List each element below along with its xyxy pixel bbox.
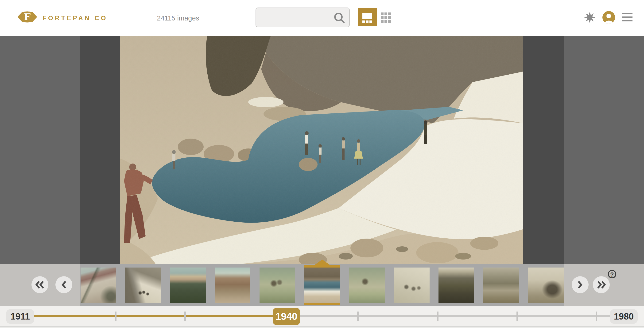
filmstrip-thumbnail[interactable] xyxy=(483,267,519,303)
filmstrip-thumbnail-selected[interactable] xyxy=(304,267,340,303)
selected-thumbnail-top-bar xyxy=(304,265,340,267)
timeline-current-year-handle[interactable]: 1940 xyxy=(273,308,300,325)
timeline-scrubber[interactable]: 1911 1940 1980 xyxy=(0,306,644,328)
timeline-start-year[interactable]: 1911 xyxy=(6,309,34,324)
next-button[interactable] xyxy=(572,276,588,293)
filmstrip-thumbnail[interactable] xyxy=(215,267,250,303)
filmstrip-thumbnail[interactable] xyxy=(170,267,206,303)
search-icon[interactable] xyxy=(333,12,346,25)
filmstrip-thumbnail[interactable] xyxy=(394,267,430,303)
filmstrip-thumbnail[interactable] xyxy=(80,267,116,303)
user-avatar-icon[interactable] xyxy=(602,11,615,24)
previous-button[interactable] xyxy=(56,276,72,293)
main-photo-lake-scene[interactable] xyxy=(120,36,523,264)
filmstrip-thumbnail[interactable] xyxy=(260,267,295,303)
timeline-track-elapsed[interactable] xyxy=(34,315,273,317)
timeline-tick xyxy=(357,311,359,321)
timeline-tick xyxy=(437,311,438,321)
star-icon[interactable] xyxy=(584,12,596,23)
brand-title: FORTEPAN CO xyxy=(42,0,108,36)
last-page-button[interactable] xyxy=(593,276,610,293)
grid-view-button[interactable] xyxy=(381,13,391,23)
menu-icon[interactable] xyxy=(622,13,632,22)
search-box xyxy=(256,8,350,27)
search-input[interactable] xyxy=(260,9,335,26)
filmstrip-thumbnail[interactable] xyxy=(349,267,385,303)
fortepan-app: F FORTEPAN CO 24115 images xyxy=(0,0,644,328)
timeline-view-button[interactable] xyxy=(358,8,377,26)
selected-thumbnail-bottom-bar xyxy=(304,303,340,305)
first-page-button[interactable] xyxy=(32,276,48,293)
double-chevron-left-icon xyxy=(35,280,44,289)
filmstrip-thumbnail[interactable] xyxy=(528,267,564,303)
chevron-right-icon xyxy=(577,280,583,289)
help-icon[interactable]: ? xyxy=(608,270,616,278)
double-chevron-right-icon xyxy=(596,280,606,289)
timeline-tick xyxy=(596,311,597,321)
timeline-tick xyxy=(184,311,186,321)
fortepan-logo[interactable]: F xyxy=(16,10,38,24)
chevron-left-icon xyxy=(61,280,67,289)
timeline-end-year[interactable]: 1980 xyxy=(610,309,638,324)
timeline-footer-divider xyxy=(0,326,644,328)
header: F FORTEPAN CO 24115 images xyxy=(0,0,644,36)
timeline-tick xyxy=(115,311,116,321)
filmstrip-thumbnail[interactable] xyxy=(438,267,474,303)
image-count: 24115 images xyxy=(157,0,199,36)
selected-thumbnail-pointer xyxy=(314,260,330,265)
timeline-view-icon xyxy=(358,8,377,26)
timeline-track-remaining[interactable] xyxy=(300,315,610,317)
fortepan-logo-icon: F xyxy=(16,10,38,24)
svg-text:F: F xyxy=(24,11,30,22)
filmstrip-thumbnail[interactable] xyxy=(125,267,161,303)
timeline-tick xyxy=(516,311,518,321)
